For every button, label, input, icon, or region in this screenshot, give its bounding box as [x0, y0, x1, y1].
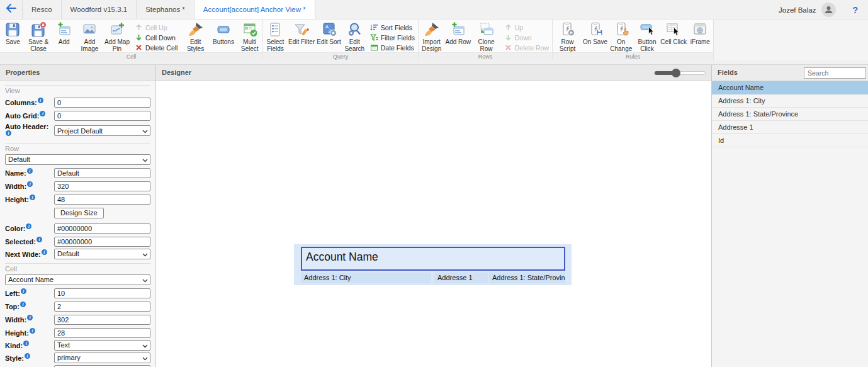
row-name-label: Name:: [5, 169, 26, 176]
arrow-up-icon: [504, 23, 512, 33]
info-icon: i: [30, 195, 35, 200]
filter-fields-button[interactable]: Filter Fields: [370, 33, 415, 42]
info-icon: i: [40, 111, 45, 116]
button-click-button[interactable]: Button Click: [634, 20, 660, 52]
ribbon-group-rows: Import Design Add Row Clone Row Up Down: [419, 20, 553, 60]
designer-title: Designer: [162, 69, 191, 76]
cell-top-label: Top:: [5, 302, 20, 310]
field-item-address-city[interactable]: Address 1: City: [712, 94, 868, 108]
designer-canvas[interactable]: Account Name Address 1: City Addresse 1 …: [156, 81, 711, 367]
edit-styles-button[interactable]: Edit Styles: [181, 20, 210, 52]
edit-search-button[interactable]: Edit Search: [342, 20, 367, 52]
field-item-address-state[interactable]: Address 1: State/Province: [712, 108, 868, 121]
topbar-right: Jozef Balaz ?: [779, 0, 868, 20]
save-icon: [4, 21, 21, 38]
on-change-button[interactable]: On Change: [608, 20, 634, 52]
back-button[interactable]: [0, 0, 23, 19]
ribbon-group-label-query: Query: [263, 52, 418, 60]
cell-top-input[interactable]: [54, 302, 150, 312]
row-selected-input[interactable]: [54, 237, 150, 247]
zoom-slider[interactable]: [654, 71, 706, 75]
sort-fields-button[interactable]: Sort Fields: [370, 23, 415, 32]
cell-down-button[interactable]: Cell Down: [135, 33, 178, 42]
cell-selector[interactable]: Account Name: [5, 274, 150, 285]
date-fields-button[interactable]: Date Fields: [370, 43, 415, 52]
field-item-id[interactable]: Id: [712, 134, 868, 147]
delete-row-button[interactable]: Delete Row: [504, 43, 549, 52]
cell-style-select[interactable]: primary: [54, 353, 150, 363]
cell-up-button[interactable]: Cell Up: [135, 23, 178, 32]
cell-left-input[interactable]: [54, 288, 150, 298]
canvas-cell-addresse-1[interactable]: Addresse 1: [434, 273, 488, 283]
on-save-button[interactable]: On Save: [582, 20, 608, 45]
fields-panel: Fields Account Name Address 1: City Addr…: [711, 65, 868, 367]
ribbon-group-label-rules: Rules: [553, 52, 713, 60]
edit-filter-icon: [293, 21, 310, 38]
auto-header-select[interactable]: Project Default: [54, 125, 150, 136]
import-design-button[interactable]: Import Design: [419, 20, 444, 52]
designer-row-surface[interactable]: Account Name Address 1: City Addresse 1 …: [294, 244, 572, 285]
nav-woodford-version[interactable]: Woodford v15.3.1: [62, 0, 137, 19]
row-width-input[interactable]: [54, 181, 150, 191]
row-color-input[interactable]: [54, 223, 150, 234]
columns-input[interactable]: [54, 98, 150, 108]
cell-height-input[interactable]: [54, 328, 150, 338]
canvas-cell-address-state[interactable]: Address 1: State/Province: [489, 273, 565, 283]
help-button[interactable]: ?: [842, 5, 868, 15]
save-button[interactable]: Save: [0, 20, 26, 45]
info-icon: i: [30, 328, 35, 334]
info-icon: i: [38, 98, 43, 103]
zoom-slider-thumb[interactable]: [672, 69, 680, 77]
edit-sort-button[interactable]: AZ Edit Sort: [315, 20, 342, 45]
arrow-up-icon: [135, 23, 143, 33]
row-name-input[interactable]: [54, 168, 150, 178]
field-item-account-name[interactable]: Account Name: [712, 81, 868, 94]
delete-x-icon: [504, 43, 512, 53]
field-item-addresse-1[interactable]: Addresse 1: [712, 121, 868, 134]
add-row-button[interactable]: Add Row: [444, 20, 471, 45]
edit-search-icon: [346, 21, 363, 38]
buttons-button[interactable]: Buttons: [210, 20, 237, 45]
add-icon: [56, 21, 72, 38]
canvas-cell-account-name[interactable]: Account Name: [301, 247, 565, 271]
tab-anchor-view[interactable]: Account[account] Anchor View *: [194, 0, 315, 19]
edit-filter-button[interactable]: Edit Filter: [288, 20, 315, 45]
next-wide-select[interactable]: Default: [54, 249, 150, 259]
info-icon: i: [26, 223, 31, 229]
add-map-pin-button[interactable]: Add Map Pin: [103, 20, 132, 52]
binding-kind-select[interactable]: Value: [54, 365, 150, 367]
save-close-button[interactable]: Save & Close: [26, 20, 52, 52]
design-size-button[interactable]: Design Size: [54, 208, 104, 218]
nav-project[interactable]: Stephanos *: [137, 0, 194, 19]
cell-kind-label: Kind:: [5, 342, 23, 349]
add-row-icon: [450, 21, 466, 38]
row-selector[interactable]: Default: [5, 154, 150, 165]
row-height-label: Height:: [5, 195, 29, 203]
iframe-button[interactable]: iFrame: [687, 20, 713, 45]
back-arrow-icon: [6, 4, 16, 15]
user-avatar-icon[interactable]: [821, 3, 836, 17]
multi-select-icon: [242, 21, 258, 38]
select-fields-button[interactable]: Select Fields: [263, 20, 288, 52]
cell-kind-select[interactable]: Text: [54, 340, 150, 351]
row-up-button[interactable]: Up: [504, 23, 549, 32]
delete-cell-button[interactable]: Delete Cell: [135, 43, 178, 52]
cell-click-icon: [665, 21, 682, 38]
auto-header-label: Auto Header:: [5, 123, 48, 130]
row-height-input[interactable]: [54, 195, 150, 205]
add-button[interactable]: Add: [51, 20, 77, 45]
clone-row-button[interactable]: Clone Row: [471, 20, 500, 52]
canvas-cell-address-city[interactable]: Address 1: City: [301, 273, 431, 283]
auto-grid-input[interactable]: [54, 111, 150, 121]
row-down-button[interactable]: Down: [504, 33, 549, 42]
ribbon-empty-area: [714, 20, 868, 60]
cell-click-button[interactable]: Cell Click: [660, 20, 687, 45]
row-script-button[interactable]: Row Script: [553, 20, 582, 52]
fields-search-input[interactable]: [804, 67, 866, 79]
nav-resco[interactable]: Resco: [23, 0, 62, 19]
info-icon: i: [27, 181, 33, 187]
edit-styles-icon: [188, 21, 204, 38]
multi-select-button[interactable]: Multi Select: [237, 20, 262, 52]
section-view: View: [5, 85, 150, 94]
cell-width-input[interactable]: [54, 315, 150, 325]
